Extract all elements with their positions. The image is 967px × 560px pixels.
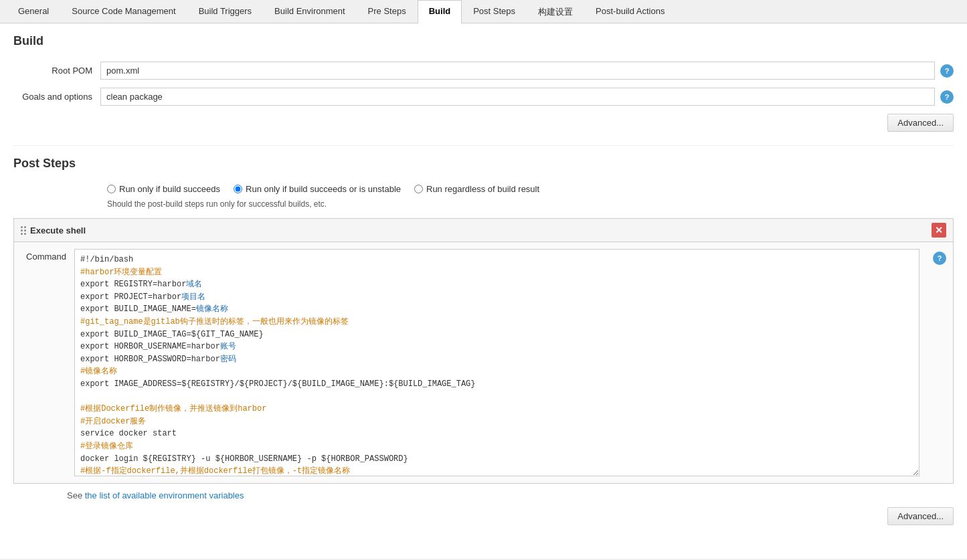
tab-build-settings[interactable]: 构建设置 xyxy=(527,0,584,23)
build-advanced-row: Advanced... xyxy=(13,114,954,132)
execute-shell-close-button[interactable]: ✕ xyxy=(932,223,946,238)
post-steps-radio-group: Run only if build succeeds Run only if b… xyxy=(107,184,954,194)
goals-input[interactable] xyxy=(100,88,935,106)
tab-scm[interactable]: Source Code Management xyxy=(60,0,187,23)
page-content: Build Root POM ? Goals and options ? Adv… xyxy=(0,23,967,559)
radio-label-2[interactable]: Run only if build succeeds or is unstabl… xyxy=(234,184,401,194)
drag-dots-icon xyxy=(21,226,26,235)
command-help-icon[interactable]: ? xyxy=(933,252,946,265)
tab-triggers[interactable]: Build Triggers xyxy=(187,0,263,23)
radio-regardless[interactable] xyxy=(414,185,423,193)
radio-label-1-text: Run only if build succeeds xyxy=(119,184,220,194)
radio-build-succeeds[interactable] xyxy=(107,185,116,193)
tab-postbuild[interactable]: Post-build Actions xyxy=(584,0,676,23)
tab-bar: General Source Code Management Build Tri… xyxy=(0,0,967,23)
command-textarea[interactable]: #!/bin/bash #harbor环境变量配置 export REGISTR… xyxy=(74,249,919,476)
section-divider xyxy=(13,145,954,146)
radio-label-3[interactable]: Run regardless of build result xyxy=(414,184,539,194)
radio-label-3-text: Run regardless of build result xyxy=(426,184,539,194)
post-steps-title: Post Steps xyxy=(13,157,954,173)
execute-shell-title: Execute shell xyxy=(30,225,86,236)
post-steps-section: Post Steps Run only if build succeeds Ru… xyxy=(13,157,954,525)
radio-label-2-text: Run only if build succeeds or is unstabl… xyxy=(246,184,401,194)
execute-shell-box: Execute shell ✕ Command #!/bin/bash #har… xyxy=(13,218,954,484)
tab-poststeps[interactable]: Post Steps xyxy=(462,0,527,23)
tab-build-environment[interactable]: Build Environment xyxy=(263,0,357,23)
env-vars-prefix: See xyxy=(67,490,85,500)
goals-label: Goals and options xyxy=(13,92,100,102)
env-vars-link-row: See the list of available environment va… xyxy=(67,490,954,500)
root-pom-row: Root POM ? xyxy=(13,62,954,80)
build-advanced-button[interactable]: Advanced... xyxy=(887,114,954,132)
build-section-title: Build xyxy=(13,34,954,51)
tab-general[interactable]: General xyxy=(7,0,60,23)
command-label: Command xyxy=(21,249,66,476)
goals-help-icon[interactable]: ? xyxy=(940,90,954,104)
tab-presteps[interactable]: Pre Steps xyxy=(357,0,418,23)
root-pom-input[interactable] xyxy=(100,62,935,80)
radio-label-1[interactable]: Run only if build succeeds xyxy=(107,184,220,194)
goals-row: Goals and options ? xyxy=(13,88,954,106)
radio-build-succeeds-or-unstable[interactable] xyxy=(234,185,242,193)
post-steps-advanced-row: Advanced... xyxy=(13,507,954,525)
root-pom-label: Root POM xyxy=(13,66,100,76)
root-pom-help-icon[interactable]: ? xyxy=(940,64,954,78)
execute-shell-drag-handle[interactable]: Execute shell xyxy=(21,225,86,236)
command-row: Command #!/bin/bash #harbor环境变量配置 export… xyxy=(21,249,946,476)
post-steps-advanced-button[interactable]: Advanced... xyxy=(887,507,954,525)
execute-shell-header: Execute shell ✕ xyxy=(14,219,953,242)
execute-shell-body: Command #!/bin/bash #harbor环境变量配置 export… xyxy=(14,242,953,483)
post-steps-hint: Should the post-build steps run only for… xyxy=(107,199,954,209)
tab-build[interactable]: Build xyxy=(418,0,462,23)
env-vars-link[interactable]: the list of available environment variab… xyxy=(85,490,244,500)
